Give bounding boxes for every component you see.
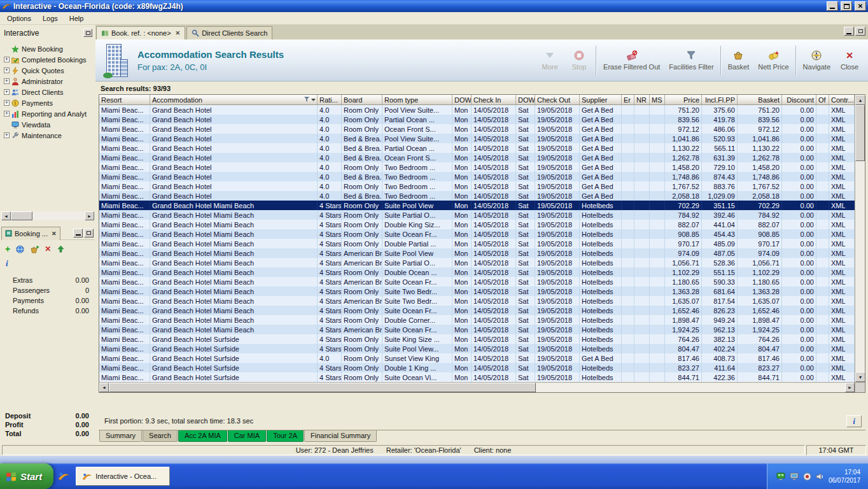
erase-filtered-out-button[interactable]: Erase Filtered Out [599, 43, 664, 78]
mdi-restore-button[interactable] [855, 27, 865, 36]
tree-item-administrator[interactable]: + Administrator [4, 76, 94, 87]
scroll-left-icon[interactable]: ◄ [99, 383, 109, 392]
result-row[interactable]: Miami Beac... Grand Beach Hotel Miami Be… [99, 277, 855, 287]
bottom-tab-car-mia[interactable]: Car MIA [228, 430, 266, 442]
info-icon[interactable]: i [6, 259, 8, 268]
col-of[interactable]: Of [816, 95, 829, 105]
add-item-button[interactable]: + [5, 244, 10, 253]
col-rating[interactable]: Rati... [318, 95, 342, 105]
start-button[interactable]: Start [0, 464, 53, 489]
table-scrollbar-vertical[interactable]: ▲ ▼ [855, 95, 865, 382]
bottom-tab-summary[interactable]: Summary [99, 430, 142, 442]
result-row[interactable]: Miami Beac... Grand Beach Hotel Miami Be… [99, 267, 855, 277]
scroll-left-icon[interactable]: ◄ [1, 211, 11, 220]
result-row[interactable]: Miami Beac... Grand Beach Hotel Surfside… [99, 344, 855, 353]
tray-network-icon[interactable] [776, 472, 785, 481]
result-row[interactable]: Miami Beac... Grand Beach Hotel 4.0 Room… [99, 124, 855, 134]
expand-icon[interactable]: + [4, 132, 10, 138]
col-price[interactable]: Price [665, 95, 702, 105]
add-to-basket-button[interactable] [30, 245, 39, 253]
navigate-button[interactable]: Navigate [799, 43, 835, 78]
col-contract[interactable]: Contr... [829, 95, 855, 105]
info-button[interactable]: i [846, 415, 862, 427]
tab-direct-clients-search[interactable]: Direct Clients Search [186, 26, 272, 39]
sidebar-pin-button[interactable] [83, 29, 92, 37]
col-check-in[interactable]: Check In [472, 95, 516, 105]
tray-volume-icon[interactable] [816, 472, 824, 481]
result-row[interactable]: Miami Beac... Grand Beach Hotel Miami Be… [99, 239, 855, 248]
stop-button[interactable]: Stop [564, 43, 594, 78]
result-row[interactable]: Miami Beac... Grand Beach Hotel Miami Be… [99, 296, 855, 306]
close-button[interactable]: ✕ [855, 1, 866, 11]
result-row[interactable]: Miami Beac... Grand Beach Hotel 4.0 Bed … [99, 172, 855, 181]
tray-app-icon[interactable] [803, 472, 811, 481]
scroll-right-icon[interactable]: ► [85, 211, 94, 220]
tree-item-payments[interactable]: + Payments [4, 97, 94, 108]
expand-icon[interactable]: + [4, 78, 10, 84]
result-row[interactable]: Miami Beac... Grand Beach Hotel Miami Be… [99, 306, 855, 315]
tab-close-icon[interactable]: ✕ [176, 30, 181, 36]
col-room-type[interactable]: Room type [382, 95, 452, 105]
scroll-down-icon[interactable]: ▼ [855, 372, 865, 382]
col-ms[interactable]: MS [650, 95, 665, 105]
result-row[interactable]: Miami Beac... Grand Beach Hotel Miami Be… [99, 315, 855, 325]
result-row[interactable]: Miami Beac... Grand Beach Hotel Miami Be… [99, 287, 855, 296]
bottom-tab-search[interactable]: Search [143, 430, 178, 442]
expand-icon[interactable]: + [4, 89, 10, 95]
result-row[interactable]: Miami Beac... Grand Beach Hotel Miami Be… [99, 220, 855, 229]
col-er[interactable]: Er [622, 95, 634, 105]
expand-icon[interactable]: + [4, 100, 10, 106]
expand-icon[interactable]: + [4, 57, 10, 62]
col-discount[interactable]: Discount [782, 95, 816, 105]
scroll-thumb[interactable] [11, 211, 32, 220]
mdi-minimize-button[interactable] [844, 27, 854, 36]
scroll-up-icon[interactable]: ▲ [855, 95, 865, 105]
quick-launch-icon[interactable] [58, 471, 69, 481]
col-board[interactable]: Board [342, 95, 382, 105]
bottom-tab-acc-2a-mia[interactable]: Acc 2A MIA [178, 430, 227, 442]
tree-item-new-booking[interactable]: + New Booking [4, 43, 94, 54]
tray-display-icon[interactable] [790, 472, 799, 481]
close-results-button[interactable]: ✕ Close [835, 43, 864, 78]
col-dow-in[interactable]: DOW [452, 95, 472, 105]
expand-icon[interactable]: + [4, 67, 10, 73]
col-supplier[interactable]: Supplier [580, 95, 622, 105]
menu-logs[interactable]: Logs [37, 13, 64, 24]
scroll-thumb[interactable] [109, 383, 536, 392]
result-row[interactable]: Miami Beac... Grand Beach Hotel 4.0 Room… [99, 162, 855, 172]
col-accommodation[interactable]: Accommodation [150, 95, 318, 105]
table-scrollbar-horizontal[interactable]: ◄ ► [99, 383, 855, 392]
more-button[interactable]: More [535, 43, 564, 78]
sidebar-scrollbar-horizontal[interactable]: ◄ ► [1, 211, 94, 220]
booking-panel-tab[interactable]: Booking ... ✕ [1, 227, 60, 240]
result-row[interactable]: Miami Beac... Grand Beach Hotel Miami Be… [99, 248, 855, 258]
tree-item-reporting[interactable]: + Reporting and Analyt [4, 108, 94, 119]
result-row[interactable]: Miami Beac... Grand Beach Hotel Surfside… [99, 334, 855, 344]
scroll-right-icon[interactable]: ► [845, 383, 855, 392]
result-row[interactable]: Miami Beac... Grand Beach Hotel Surfside… [99, 353, 855, 363]
scroll-thumb[interactable] [855, 105, 865, 161]
result-row[interactable]: Miami Beac... Grand Beach Hotel Surfside… [99, 363, 855, 372]
column-filter-icon[interactable] [304, 96, 316, 103]
result-row[interactable]: Miami Beac... Grand Beach Hotel Miami Be… [99, 201, 855, 210]
col-nr[interactable]: NR [634, 95, 650, 105]
tree-item-direct-clients[interactable]: + Direct Clients [4, 87, 94, 97]
booking-panel-minimize-button[interactable] [73, 229, 83, 237]
tree-item-quick-quotes[interactable]: + Quick Quotes [4, 65, 94, 76]
export-button[interactable] [57, 245, 65, 253]
booking-panel-restore-button[interactable] [84, 229, 94, 237]
result-row[interactable]: Miami Beac... Grand Beach Hotel 4.0 Bed … [99, 143, 855, 153]
result-row[interactable]: Miami Beac... Grand Beach Hotel Miami Be… [99, 229, 855, 239]
delete-button[interactable]: ✕ [45, 245, 51, 253]
bottom-tab-financial-summary[interactable]: Financial Summary [304, 430, 377, 442]
menu-options[interactable]: Options [1, 13, 37, 24]
result-row[interactable]: Miami Beac... Grand Beach Hotel 4.0 Bed … [99, 134, 855, 143]
nett-price-button[interactable]: Nett Price [753, 43, 793, 78]
result-row[interactable]: Miami Beac... Grand Beach Hotel Surfside… [99, 372, 855, 382]
col-basket[interactable]: Basket [738, 95, 782, 105]
result-row[interactable]: Miami Beac... Grand Beach Hotel 4.0 Room… [99, 105, 855, 115]
menu-help[interactable]: Help [64, 13, 90, 24]
taskbar-task-interactive[interactable]: Interactive - Ocea... [76, 467, 170, 486]
tree-item-completed-bookings[interactable]: + Completed Bookings [4, 54, 94, 65]
col-dow-out[interactable]: DOW [516, 95, 535, 105]
